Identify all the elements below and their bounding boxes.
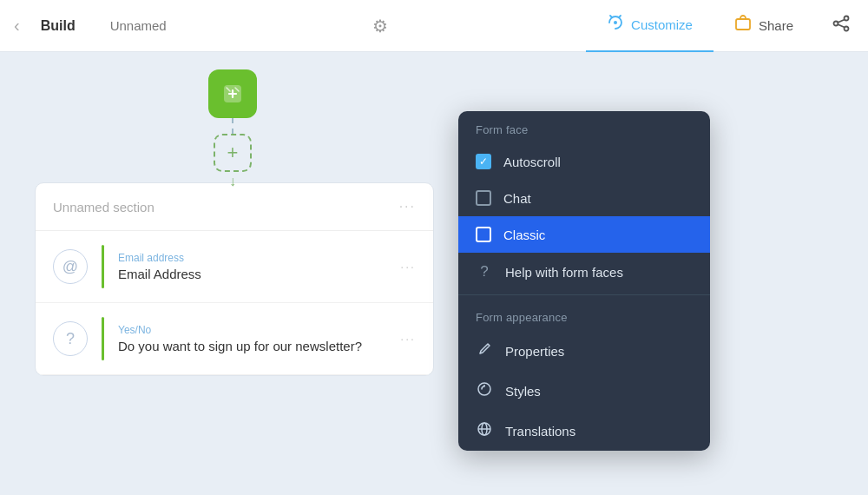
help-item[interactable]: ? Help with form faces xyxy=(458,253,710,291)
back-button[interactable]: ‹ xyxy=(14,16,20,36)
nav-left: ‹ Build Unnamed xyxy=(0,14,174,38)
yesno-field-content: Yes/No Do you want to sign up for our ne… xyxy=(118,324,386,353)
dropdown-menu: Form face ✓ Autoscroll Chat Classic ? He… xyxy=(458,111,710,451)
form-node-container: + ↓ xyxy=(208,69,257,189)
customize-tab[interactable]: Customize xyxy=(586,0,713,52)
yesno-label: Yes/No xyxy=(118,324,386,336)
yesno-icon: ? xyxy=(53,321,88,356)
properties-icon xyxy=(476,341,493,360)
nav-center: ⚙ xyxy=(174,16,586,36)
field-bar-2 xyxy=(102,317,104,360)
build-label: Build xyxy=(41,18,76,34)
unnamed-label: Unnamed xyxy=(110,18,167,33)
svg-point-4 xyxy=(834,22,838,26)
yesno-field-row: ? Yes/No Do you want to sign up for our … xyxy=(36,303,433,375)
form-face-label: Form face xyxy=(458,111,710,143)
properties-item[interactable]: Properties xyxy=(458,331,710,371)
svg-point-1 xyxy=(614,21,617,24)
social-share-icon[interactable] xyxy=(814,14,868,37)
form-section-card: Unnamed section ··· @ Email address Emai… xyxy=(35,182,434,376)
form-appearance-label: Form appearance xyxy=(458,299,710,331)
customize-icon xyxy=(607,14,624,36)
styles-item[interactable]: Styles xyxy=(458,371,710,411)
form-canvas: + ↓ Unnamed section ··· @ Email address … xyxy=(0,52,868,495)
chat-checkbox[interactable] xyxy=(476,190,491,206)
share-label: Share xyxy=(759,18,793,33)
styles-label: Styles xyxy=(505,384,541,399)
email-value: Email Address xyxy=(118,267,386,281)
classic-item[interactable]: Classic xyxy=(458,216,710,253)
chat-label: Chat xyxy=(503,191,531,206)
email-field-row: @ Email address Email Address ··· xyxy=(36,231,433,303)
top-nav: ‹ Build Unnamed ⚙ Customize xyxy=(0,0,868,52)
help-icon: ? xyxy=(476,263,493,280)
autoscroll-item[interactable]: ✓ Autoscroll xyxy=(458,143,710,180)
email-icon: @ xyxy=(53,249,88,284)
svg-point-8 xyxy=(483,385,485,386)
email-row-dots[interactable]: ··· xyxy=(400,260,416,274)
autoscroll-label: Autoscroll xyxy=(503,155,561,169)
dropdown-divider xyxy=(458,294,710,295)
email-label: Email address xyxy=(118,252,386,264)
form-node[interactable] xyxy=(208,69,257,118)
add-icon: + xyxy=(227,142,239,164)
add-node-button[interactable]: + xyxy=(214,134,252,172)
gear-icon[interactable]: ⚙ xyxy=(372,16,388,36)
svg-rect-2 xyxy=(736,19,750,30)
translations-icon xyxy=(476,421,493,440)
form-section-header: Unnamed section ··· xyxy=(36,183,433,231)
share-icon xyxy=(734,15,752,36)
main-area: + ↓ Unnamed section ··· @ Email address … xyxy=(0,52,868,495)
properties-label: Properties xyxy=(505,344,564,359)
section-name: Unnamed section xyxy=(53,200,155,214)
autoscroll-checkbox[interactable]: ✓ xyxy=(476,154,491,169)
yesno-value: Do you want to sign up for our newslette… xyxy=(118,339,386,353)
field-bar xyxy=(102,245,104,288)
yesno-row-dots[interactable]: ··· xyxy=(400,332,416,346)
styles-icon xyxy=(476,381,493,400)
down-arrow-icon: ↓ xyxy=(229,174,236,189)
classic-checkbox[interactable] xyxy=(476,227,491,242)
email-field-content: Email address Email Address xyxy=(118,252,386,281)
classic-label: Classic xyxy=(503,228,545,242)
help-label: Help with form faces xyxy=(505,265,623,280)
translations-item[interactable]: Translations xyxy=(458,411,710,451)
share-tab[interactable]: Share xyxy=(713,0,814,52)
translations-label: Translations xyxy=(505,424,575,439)
chat-item[interactable]: Chat xyxy=(458,180,710,216)
customize-label: Customize xyxy=(631,17,693,32)
nav-right: Customize Share xyxy=(586,0,868,52)
section-dots[interactable]: ··· xyxy=(399,199,416,214)
